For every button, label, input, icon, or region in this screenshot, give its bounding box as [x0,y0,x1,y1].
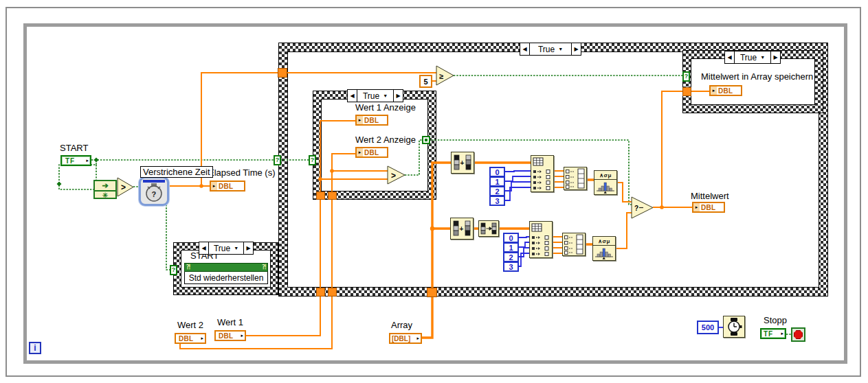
case-selector-save: ◀ True▼ ▶ [724,51,781,64]
case-selector-reset: ◀ True▼ ▶ [199,242,254,255]
terminal-out-arrow: ▸ [201,336,205,341]
histogram-icon [594,180,616,194]
wert1-control[interactable]: DBL ▸ [214,330,246,341]
insert-array-icon: + [452,152,474,173]
terminal-out-arrow: ▸ [781,331,785,336]
reverse-array-node[interactable] [478,220,499,237]
build-array-icon [564,167,586,189]
elapsed-time-label: Elapsed Time (s) [208,168,276,178]
wire-index-constants-top[interactable] [504,171,531,200]
case-prev-arrow[interactable]: ◀ [520,43,530,55]
loop-iteration-terminal[interactable]: i [29,342,41,354]
svg-text:+: + [460,159,465,167]
case-prev-arrow[interactable]: ◀ [348,90,357,102]
terminal-in-arrow: ▸ [357,148,363,156]
stopp-label: Stopp [764,316,787,325]
wire-index-constants-bottom[interactable] [518,237,530,266]
index-constant-0-bottom[interactable]: 0 [503,233,519,243]
selector-tunnel-reset[interactable]: ? [170,265,177,275]
wire-means-to-select[interactable] [616,91,709,248]
case-selector-main: ◀ True▼ ▶ [520,43,581,56]
build-array-node-top[interactable] [564,167,587,190]
case-next-arrow[interactable]: ▶ [393,90,403,102]
case-selector-label: True [214,244,230,253]
start-control[interactable]: TF ▸ [60,155,91,166]
case-next-arrow[interactable]: ▶ [571,43,581,55]
save-indicator[interactable]: ▸ DBL [709,85,742,96]
loop-condition-terminal[interactable] [791,327,805,342]
statistics-node-top[interactable]: ∧σμ [594,170,617,195]
array-control[interactable]: [DBL] ▸ [389,333,422,344]
wert2-anzeige-indicator[interactable]: ▸ DBL [355,147,388,158]
tunnel-elapsed-main[interactable] [278,68,287,78]
build-array-icon [563,233,585,255]
terminal-in-arrow: ▸ [211,182,217,190]
reverse-array-icon [479,221,498,236]
svg-text:>: > [121,183,126,192]
stopp-control[interactable]: TF ▸ [760,328,786,339]
tunnel-anzeige-wert1[interactable] [316,192,325,200]
chevron-down-icon: ▼ [760,55,765,60]
build-array-node-bottom[interactable] [562,233,586,256]
terminal-out-arrow: ▸ [86,158,90,163]
terminal-in-arrow: ▸ [693,203,700,211]
tunnel-main-array[interactable] [427,288,437,297]
tunnel-anzeige-wert2[interactable] [328,192,337,200]
greater-node-anzeige[interactable]: > [387,165,405,185]
case-next-arrow[interactable]: ▶ [770,51,780,63]
elapsed-time-indicator[interactable]: ▸ DBL [210,181,245,192]
invoke-bang-icon: ⁈ [186,264,190,270]
statistics-node-bottom[interactable]: ∧σμ [592,236,616,261]
wait-ms-node[interactable] [723,316,745,338]
array-label: Array [391,321,412,330]
selector-tunnel-save[interactable]: ? [682,71,690,82]
select-node[interactable]: ? [631,196,654,219]
tunnel-main-wert2[interactable] [328,288,337,297]
feedback-node[interactable]: ➔ ✳ [93,180,117,199]
index-constant-1-top[interactable]: 1 [489,176,505,187]
chevron-down-icon: ▼ [558,47,563,51]
insert-array-icon: + [451,218,473,239]
terminal-in-arrow: ▸ [711,86,717,95]
selector-tunnel-main[interactable]: ? [274,155,281,165]
index-array-icon [530,222,552,257]
constant-500[interactable]: 500 [697,321,719,334]
index-array-node-bottom[interactable] [529,221,553,258]
case-prev-arrow[interactable]: ◀ [199,242,209,254]
wert2-label: Wert 2 [177,321,203,330]
feedback-init-icon: ✳ [95,192,115,199]
statistics-glyph: ∧σμ [594,171,616,180]
insert-into-array-node-top[interactable]: + [451,152,474,174]
invoke-node-reinit[interactable]: ⁈ ⁈ Std wiederherstellen [184,263,268,284]
elapsed-time-express-vi[interactable]: ? [139,176,169,206]
save-case-label: Mittelwert in Array speichern [701,72,813,82]
mittelwert-indicator[interactable]: ▸ DBL [692,202,725,213]
case-next-arrow[interactable]: ▶ [243,242,253,254]
greater-equal-node[interactable]: ≥ [436,65,454,86]
index-constant-3-bottom[interactable]: 3 [503,262,519,272]
index-array-node-top[interactable] [531,155,554,192]
index-constant-0-top[interactable]: 0 [489,167,505,177]
chevron-down-icon: ▼ [234,246,238,251]
case-prev-arrow[interactable]: ◀ [725,51,735,63]
tunnel-anzeige-bool-out[interactable] [422,136,430,144]
case-selector-label: True [538,45,555,54]
constant-five[interactable]: 5 [419,75,432,88]
insert-into-array-node-bottom[interactable]: + [450,218,474,240]
tunnel-main-wert1[interactable] [316,288,325,297]
terminal-out-arrow: ▸ [241,333,245,338]
wire-time-elapsed-to-reset-case[interactable] [166,205,172,270]
greater-node[interactable]: > [117,177,134,197]
statistics-glyph: ∧σμ [593,237,615,246]
svg-text:>: > [391,171,396,181]
selector-tunnel-anzeige[interactable]: ? [309,155,316,165]
wert2-control[interactable]: DBL ▸ [175,333,206,344]
index-constant-1-bottom[interactable]: 1 [503,242,519,253]
index-constant-2-top[interactable]: 2 [489,186,505,196]
case-selector-anzeige: ◀ True▼ ▶ [347,89,403,102]
index-constant-3-top[interactable]: 3 [489,196,505,206]
tunnel-save-mean[interactable] [682,87,691,96]
wert1-anzeige-indicator[interactable]: ▸ DBL [355,115,388,126]
svg-text:+: + [460,225,464,233]
index-constant-2-bottom[interactable]: 2 [503,252,519,262]
